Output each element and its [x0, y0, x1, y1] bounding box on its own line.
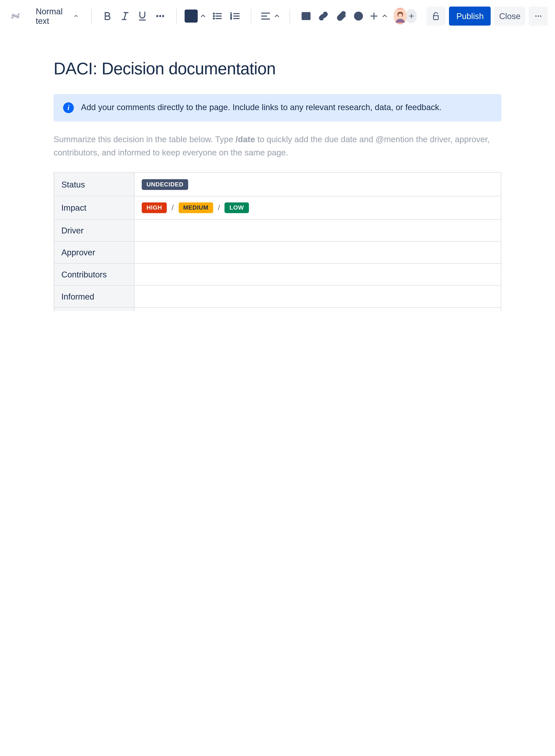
informed-cell[interactable] — [134, 285, 501, 308]
unlocked-icon — [431, 11, 441, 21]
toolbar-separator — [176, 9, 176, 23]
toolbar-separator — [289, 9, 290, 23]
page-content: DACI: Decision documentation i Add your … — [53, 59, 502, 311]
info-icon: i — [63, 102, 74, 113]
table-row: Impact HIGH / MEDIUM / LOW — [54, 196, 501, 219]
svg-point-0 — [156, 15, 158, 17]
svg-text:3: 3 — [230, 17, 232, 20]
more-formatting-button[interactable] — [153, 6, 168, 26]
alignment-button[interactable] — [260, 10, 281, 22]
toolbar-separator — [91, 9, 91, 23]
bullet-list-button[interactable] — [210, 6, 225, 26]
emoji-button[interactable] — [351, 6, 366, 26]
svg-point-2 — [162, 15, 164, 17]
status-lozenge-undecided: UNDECIDED — [142, 179, 188, 190]
svg-point-10 — [355, 12, 363, 20]
color-swatch-icon — [185, 9, 198, 23]
table-row: Driver — [54, 219, 501, 241]
table-row: Approver — [54, 241, 501, 264]
svg-point-12 — [360, 14, 361, 15]
info-panel-text: Add your comments directly to the page. … — [81, 102, 442, 112]
svg-point-3 — [213, 13, 215, 14]
attachment-button[interactable] — [333, 6, 349, 26]
numbered-list-button[interactable]: 123 — [227, 6, 243, 26]
svg-point-1 — [159, 15, 161, 17]
svg-point-18 — [540, 15, 541, 17]
info-panel[interactable]: i Add your comments directly to the page… — [53, 94, 502, 121]
more-actions-button[interactable] — [529, 6, 548, 26]
chevron-up-icon — [381, 12, 389, 20]
chevron-up-icon — [199, 12, 208, 20]
table-row: Status UNDECIDED — [54, 173, 501, 196]
italic-button[interactable] — [118, 6, 133, 26]
summary-impact-label: Impact — [54, 196, 134, 219]
impact-lozenge-low: LOW — [225, 203, 249, 213]
intro-placeholder[interactable]: Summarize this decision in the table bel… — [53, 133, 502, 159]
approver-cell[interactable] — [134, 241, 501, 264]
svg-point-16 — [535, 15, 537, 17]
driver-cell[interactable] — [134, 219, 501, 241]
close-button[interactable]: Close — [494, 6, 525, 26]
table-row: Informed — [54, 285, 501, 308]
table-row: Due date31 Oct 2019 — [54, 308, 501, 311]
confluence-logo-icon — [9, 10, 22, 22]
link-button[interactable] — [316, 6, 331, 26]
text-color-button[interactable] — [185, 9, 208, 23]
table-row: Contributors — [54, 263, 501, 285]
svg-point-11 — [357, 14, 358, 15]
chevron-up-icon — [73, 12, 79, 20]
summary-table[interactable]: Status UNDECIDED Impact HIGH / MEDIUM / … — [53, 172, 502, 311]
contributors-cell[interactable] — [134, 263, 501, 285]
restrictions-button[interactable] — [427, 6, 446, 26]
svg-point-15 — [398, 13, 402, 17]
toolbar-separator — [251, 9, 251, 23]
svg-point-4 — [213, 15, 215, 17]
add-collaborator-button[interactable] — [405, 9, 417, 23]
chevron-up-icon — [273, 12, 281, 20]
svg-point-5 — [213, 18, 215, 19]
bold-button[interactable] — [100, 6, 115, 26]
page-title[interactable]: DACI: Decision documentation — [53, 59, 502, 79]
svg-point-17 — [538, 15, 539, 17]
editor-toolbar: Normal text 123 — [0, 0, 555, 32]
impact-lozenge-high: HIGH — [142, 203, 167, 213]
table-button[interactable] — [298, 6, 313, 26]
user-avatar[interactable] — [393, 8, 407, 25]
text-style-selector[interactable]: Normal text — [32, 4, 83, 28]
more-icon — [533, 11, 543, 21]
due-date-cell[interactable]: 31 Oct 2019 — [134, 308, 501, 311]
text-style-label: Normal text — [36, 6, 69, 26]
insert-more-button[interactable] — [369, 11, 389, 21]
impact-lozenge-medium: MEDIUM — [178, 203, 213, 213]
publish-button[interactable]: Publish — [449, 6, 491, 26]
summary-status-label: Status — [54, 173, 134, 196]
underline-button[interactable] — [135, 6, 150, 26]
